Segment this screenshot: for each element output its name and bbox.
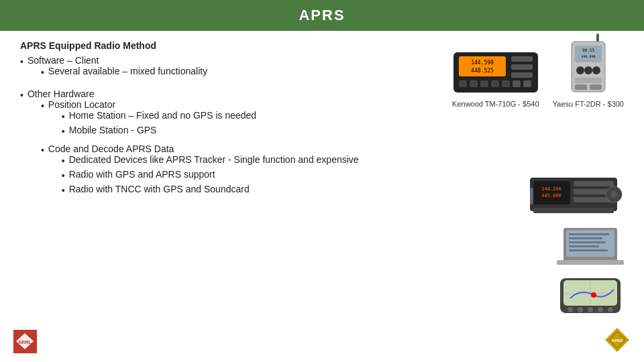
home-station-item: • Home Station – Fixed and no GPS is nee… (62, 110, 256, 124)
svg-text:144.590: 144.590 (471, 60, 494, 66)
radio-gps-label: Radio with GPS and APRS support (69, 169, 215, 180)
svg-rect-43 (569, 245, 599, 247)
bottom-logo-left: ARRL (13, 330, 37, 355)
kenwood-device: 144.590 448.525 (452, 47, 539, 108)
yaesu-image: 98.55 446.000 (568, 34, 608, 97)
home-station-label: Home Station – Fixed and no GPS is neede… (69, 110, 256, 121)
right-logo-svg: APRS (604, 326, 631, 353)
other-hardware-label: Other Hardware (28, 88, 95, 99)
dedicated-devices-label: Dedicated Devices like APRS Tracker - Si… (69, 154, 359, 165)
svg-rect-40 (569, 233, 609, 235)
svg-rect-9 (480, 80, 488, 87)
svg-rect-42 (569, 241, 606, 243)
position-locator-label: Position Locator (48, 99, 115, 110)
svg-rect-4 (511, 56, 533, 62)
svg-text:144.200: 144.200 (541, 186, 561, 192)
position-locator-item: • Position Locator • Home Station – Fixe… (41, 99, 359, 139)
code-decode-label: Code and Decode APRS Data (48, 143, 174, 154)
svg-rect-5 (511, 64, 533, 70)
radio-tncc-label: Radio with TNCC with GPS and Soundcard (69, 184, 250, 194)
yaesu-device: 98.55 446.000 Yaesu FT-2DR - $300 (553, 34, 624, 108)
svg-rect-11 (502, 80, 510, 87)
radio-images-section: 144.590 448.525 (452, 34, 624, 108)
kenwood-svg: 144.590 448.525 (452, 47, 539, 97)
gps-device-image (557, 275, 624, 317)
kenwood-label: Kenwood TM-710G - $540 (452, 100, 539, 108)
svg-text:448.525: 448.525 (471, 68, 494, 74)
left-logo-svg: ARRL (13, 330, 37, 353)
svg-point-49 (591, 292, 596, 298)
kenwood-image: 144.590 448.525 (452, 47, 539, 97)
svg-rect-44 (569, 249, 608, 251)
svg-text:ARRL: ARRL (18, 340, 32, 345)
bottom-logo-right: APRS (604, 326, 631, 355)
laptop-svg (557, 228, 624, 265)
svg-text:446.000: 446.000 (581, 54, 595, 58)
mobile-radio-image: 144.200 445.000 (530, 174, 624, 220)
hardware-images-section: 144.200 445.000 (530, 174, 624, 317)
svg-text:98.55: 98.55 (582, 48, 594, 52)
svg-point-35 (610, 191, 617, 198)
svg-rect-8 (470, 80, 478, 87)
svg-rect-33 (533, 208, 614, 213)
dedicated-devices-item: • Dedicated Devices like APRS Tracker - … (62, 154, 359, 168)
software-sub-label: Several available – mixed functionality (48, 66, 207, 76)
software-label: Software – Client (28, 55, 99, 66)
mobile-station-label: Mobile Station - GPS (69, 125, 157, 135)
radio-row: 144.590 448.525 (452, 34, 624, 108)
svg-point-52 (588, 307, 593, 312)
svg-point-51 (578, 307, 583, 312)
svg-point-53 (598, 307, 603, 312)
svg-text:APRS: APRS (612, 339, 623, 343)
svg-point-22 (592, 66, 600, 74)
gps-svg (557, 275, 624, 315)
yaesu-label: Yaesu FT-2DR - $300 (553, 100, 624, 108)
svg-point-54 (608, 307, 613, 312)
svg-point-20 (576, 66, 584, 74)
main-content: APRS Equipped Radio Method • Software – … (0, 40, 644, 199)
laptop-image (557, 228, 624, 267)
software-sub-item: • Several available – mixed functionalit… (41, 66, 207, 80)
svg-rect-24 (575, 84, 587, 90)
svg-rect-25 (590, 84, 602, 90)
page-header: APRS (0, 0, 644, 31)
svg-point-21 (584, 66, 592, 74)
radio-gps-item: • Radio with GPS and APRS support (62, 169, 359, 183)
bottom-bar: ARRL APRS (0, 326, 644, 355)
mobile-radio-svg: 144.200 445.000 (530, 174, 624, 218)
radio-tncc-item: • Radio with TNCC with GPS and Soundcard (62, 184, 359, 198)
svg-rect-30 (574, 181, 614, 186)
svg-rect-13 (523, 80, 531, 87)
yaesu-svg: 98.55 446.000 (568, 34, 608, 97)
svg-rect-36 (530, 188, 533, 204)
svg-text:445.000: 445.000 (541, 193, 561, 198)
code-decode-item: • Code and Decode APRS Data • Dedicated … (41, 143, 359, 198)
header-title: APRS (299, 7, 345, 23)
svg-rect-12 (513, 80, 521, 87)
mobile-station-item: • Mobile Station - GPS (62, 125, 256, 139)
svg-rect-39 (557, 260, 624, 265)
svg-rect-7 (459, 80, 467, 87)
svg-point-50 (568, 307, 573, 312)
svg-rect-41 (569, 237, 602, 239)
svg-rect-23 (575, 78, 602, 83)
svg-rect-6 (511, 72, 533, 78)
svg-rect-10 (491, 80, 499, 87)
